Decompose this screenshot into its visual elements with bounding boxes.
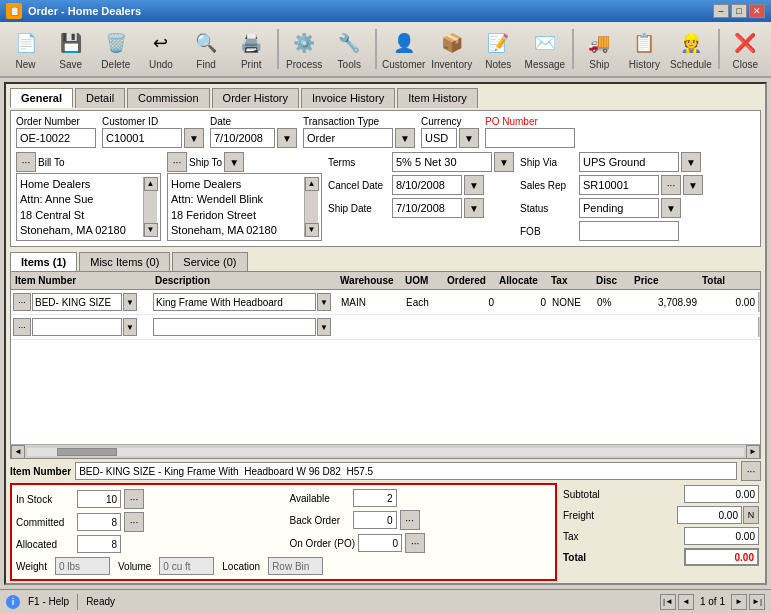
ship-date-dropdown[interactable]: ▼	[464, 198, 484, 218]
available-input[interactable]	[353, 489, 397, 507]
nav-first-btn[interactable]: |◄	[660, 594, 676, 610]
tools-button[interactable]: 🔧 Tools	[328, 25, 371, 73]
ship-to-scroll-down[interactable]: ▼	[305, 223, 319, 237]
fob-input[interactable]	[579, 221, 679, 241]
desc-dropdown-btn-2[interactable]: ▼	[317, 318, 331, 336]
date-dropdown-button[interactable]: ▼	[277, 128, 297, 148]
toolbar-close-button[interactable]: ❌ Close	[724, 25, 767, 73]
status-input[interactable]	[579, 198, 659, 218]
find-label: Find	[196, 59, 215, 70]
po-number-input[interactable]	[485, 128, 575, 148]
main-area: General Detail Commission Order History …	[0, 78, 771, 589]
new-button[interactable]: 📄 New	[4, 25, 47, 73]
date-input[interactable]	[210, 128, 275, 148]
nav-prev-btn[interactable]: ◄	[678, 594, 694, 610]
description-input[interactable]	[153, 293, 316, 311]
committed-btn[interactable]: ···	[124, 512, 144, 532]
item-number-browse-btn[interactable]: ···	[741, 461, 761, 481]
save-button[interactable]: 💾 Save	[49, 25, 92, 73]
item-dropdown-btn[interactable]: ▼	[123, 293, 137, 311]
find-button[interactable]: 🔍 Find	[185, 25, 228, 73]
transaction-type-dropdown[interactable]: ▼	[395, 128, 415, 148]
currency-dropdown[interactable]: ▼	[459, 128, 479, 148]
backorder-btn[interactable]: ···	[400, 510, 420, 530]
committed-input[interactable]	[77, 513, 121, 531]
onorder-btn[interactable]: ···	[405, 533, 425, 553]
desc-dropdown-btn[interactable]: ▼	[317, 293, 331, 311]
tab-commission[interactable]: Commission	[127, 88, 210, 108]
onorder-input[interactable]	[358, 534, 402, 552]
description-input-2[interactable]	[153, 318, 316, 336]
process-button[interactable]: ⚙️ Process	[283, 25, 326, 73]
nav-next-btn[interactable]: ►	[731, 594, 747, 610]
tab-order-history[interactable]: Order History	[212, 88, 299, 108]
scroll-right-btn[interactable]: ►	[746, 445, 760, 459]
tab-detail[interactable]: Detail	[75, 88, 125, 108]
delete-button[interactable]: 🗑️ Delete	[94, 25, 137, 73]
schedule-button[interactable]: 👷 Schedule	[668, 25, 714, 73]
allocated-input[interactable]	[77, 535, 121, 553]
minimize-button[interactable]: –	[713, 4, 729, 18]
bill-to-browse-button[interactable]: ···	[16, 152, 36, 172]
weight-input[interactable]	[55, 557, 110, 575]
freight-input[interactable]	[677, 506, 742, 524]
salesrep-dropdown[interactable]: ▼	[683, 175, 703, 195]
notes-button[interactable]: 📝 Notes	[477, 25, 520, 73]
salesrep-browse[interactable]: ···	[661, 175, 681, 195]
salesrep-input[interactable]	[579, 175, 659, 195]
subtotal-input[interactable]	[684, 485, 759, 503]
total-input[interactable]	[684, 548, 759, 566]
ship-to-dropdown[interactable]: ▼	[224, 152, 244, 172]
terms-input[interactable]	[392, 152, 492, 172]
item-number-input-2[interactable]	[32, 318, 122, 336]
print-button[interactable]: 🖨️ Print	[230, 25, 273, 73]
undo-button[interactable]: ↩ Undo	[139, 25, 182, 73]
inventory-button[interactable]: 📦 Inventory	[429, 25, 475, 73]
customer-id-browse-button[interactable]: ▼	[184, 128, 204, 148]
bill-to-scroll-up[interactable]: ▲	[144, 177, 158, 191]
item-row2-browse[interactable]: ···	[13, 318, 31, 336]
items-h-scrollbar[interactable]: ◄ ►	[11, 444, 760, 458]
bill-to-scroll-down[interactable]: ▼	[144, 223, 158, 237]
ship-to-scroll-up[interactable]: ▲	[305, 177, 319, 191]
scroll-track[interactable]	[27, 448, 744, 456]
backorder-input[interactable]	[353, 511, 397, 529]
in-stock-input[interactable]	[77, 490, 121, 508]
volume-input[interactable]	[159, 557, 214, 575]
tax-input[interactable]	[684, 527, 759, 545]
nav-last-btn[interactable]: ►|	[749, 594, 765, 610]
currency-input[interactable]	[421, 128, 457, 148]
ship-date-input[interactable]	[392, 198, 462, 218]
item-number-input[interactable]	[32, 293, 122, 311]
shipvia-input[interactable]	[579, 152, 679, 172]
tab-item-history[interactable]: Item History	[397, 88, 478, 108]
item-number-detail-input[interactable]	[75, 462, 737, 480]
window-close-button[interactable]: ✕	[749, 4, 765, 18]
scroll-thumb[interactable]	[57, 448, 117, 456]
cancel-date-dropdown[interactable]: ▼	[464, 175, 484, 195]
history-button[interactable]: 📋 History	[623, 25, 666, 73]
tab-service[interactable]: Service (0)	[172, 252, 247, 271]
tab-general[interactable]: General	[10, 88, 73, 108]
location-input[interactable]	[268, 557, 323, 575]
scroll-left-btn[interactable]: ◄	[11, 445, 25, 459]
tab-misc-items[interactable]: Misc Items (0)	[79, 252, 170, 271]
transaction-type-input[interactable]	[303, 128, 393, 148]
item-row-browse[interactable]: ···	[13, 293, 31, 311]
order-number-input[interactable]	[16, 128, 96, 148]
shipvia-dropdown[interactable]: ▼	[681, 152, 701, 172]
ship-button[interactable]: 🚚 Ship	[578, 25, 621, 73]
message-button[interactable]: ✉️ Message	[522, 25, 568, 73]
in-stock-btn[interactable]: ···	[124, 489, 144, 509]
maximize-button[interactable]: □	[731, 4, 747, 18]
customer-id-input[interactable]	[102, 128, 182, 148]
tab-items[interactable]: Items (1)	[10, 252, 77, 271]
ship-to-browse-button[interactable]: ···	[167, 152, 187, 172]
freight-n-btn[interactable]: N	[743, 506, 759, 524]
terms-dropdown[interactable]: ▼	[494, 152, 514, 172]
status-dropdown[interactable]: ▼	[661, 198, 681, 218]
item-dropdown-btn-2[interactable]: ▼	[123, 318, 137, 336]
customer-button[interactable]: 👤 Customer	[381, 25, 427, 73]
tab-invoice-history[interactable]: Invoice History	[301, 88, 395, 108]
cancel-date-input[interactable]	[392, 175, 462, 195]
